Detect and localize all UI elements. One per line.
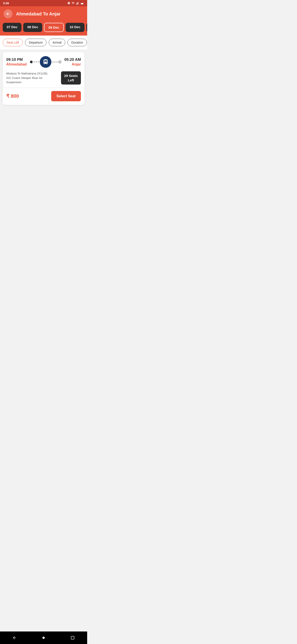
header: Ahmedabad To Anjar bbox=[0, 6, 87, 23]
status-bar: 5:59 bbox=[0, 0, 87, 6]
date-tab-11d[interactable]: 11 D bbox=[86, 23, 87, 32]
dash bbox=[37, 62, 39, 62]
route-visual bbox=[27, 56, 64, 68]
route-dot-start bbox=[30, 60, 33, 63]
dash bbox=[52, 62, 54, 62]
filter-departure[interactable]: Departure bbox=[25, 39, 46, 46]
wifi-icon bbox=[71, 2, 75, 5]
settings-icon bbox=[67, 2, 70, 5]
svg-rect-1 bbox=[77, 3, 77, 4]
route-dashes-left bbox=[33, 62, 40, 62]
arrival-info: 05:20 AM Anjar bbox=[64, 58, 81, 66]
select-seat-button[interactable]: Select Seat bbox=[51, 91, 81, 101]
dash bbox=[33, 62, 35, 62]
status-icons bbox=[67, 2, 84, 5]
departure-city: Ahmedabad bbox=[6, 62, 27, 66]
status-time: 5:59 bbox=[3, 2, 9, 5]
dash bbox=[56, 62, 58, 62]
bus-icon-circle bbox=[40, 56, 51, 68]
date-tabs: 07 Dec 08 Dec 09 Dec 10 Dec 11 D bbox=[0, 23, 87, 36]
header-title: Ahmedabad To Anjar bbox=[16, 12, 60, 16]
bottom-row: ₹ 800 Select Seat bbox=[6, 91, 81, 101]
dash bbox=[54, 62, 56, 62]
content-area: 09:10 PM Ahmedabad bbox=[0, 50, 87, 108]
dash bbox=[35, 62, 37, 62]
filter-duration[interactable]: Duration bbox=[67, 39, 87, 46]
svg-rect-2 bbox=[77, 2, 78, 4]
seats-count: 29 Seats bbox=[64, 74, 78, 78]
seats-badge: 29 Seats Left bbox=[61, 71, 81, 84]
card-divider bbox=[3, 88, 84, 88]
svg-rect-0 bbox=[76, 4, 76, 4]
bus-card: 09:10 PM Ahmedabad bbox=[3, 52, 84, 105]
departure-time: 09:10 PM bbox=[6, 58, 27, 62]
battery-icon bbox=[80, 2, 84, 5]
arrival-time: 05:20 AM bbox=[64, 58, 81, 62]
date-tab-07dec[interactable]: 07 Dec bbox=[3, 23, 21, 32]
route-dashes-right bbox=[51, 62, 58, 62]
svg-rect-3 bbox=[78, 2, 78, 4]
price: ₹ 800 bbox=[6, 93, 19, 99]
date-tab-10dec[interactable]: 10 Dec bbox=[65, 23, 84, 32]
bus-icon bbox=[42, 59, 49, 65]
signal-icon bbox=[76, 2, 79, 5]
date-tab-09dec[interactable]: 09 Dec bbox=[44, 23, 64, 32]
middle-row: Modasa To Nakhatrana 2X1(36) A/C Coach S… bbox=[6, 71, 81, 84]
filter-pills: Seat Left Departure Arrival Duration bbox=[0, 36, 87, 50]
arrival-city: Anjar bbox=[72, 62, 81, 66]
seats-unit: Left bbox=[68, 78, 74, 82]
filter-arrival[interactable]: Arrival bbox=[49, 39, 65, 46]
date-tab-08dec[interactable]: 08 Dec bbox=[23, 23, 42, 32]
back-arrow-icon bbox=[5, 12, 10, 16]
filter-seat-left[interactable]: Seat Left bbox=[3, 39, 23, 46]
bus-description: Modasa To Nakhatrana 2X1(36) A/C Coach S… bbox=[6, 71, 51, 84]
route-dot-end bbox=[58, 60, 61, 63]
route-row: 09:10 PM Ahmedabad bbox=[6, 56, 81, 68]
departure-info: 09:10 PM Ahmedabad bbox=[6, 58, 27, 66]
back-button[interactable] bbox=[3, 10, 12, 18]
